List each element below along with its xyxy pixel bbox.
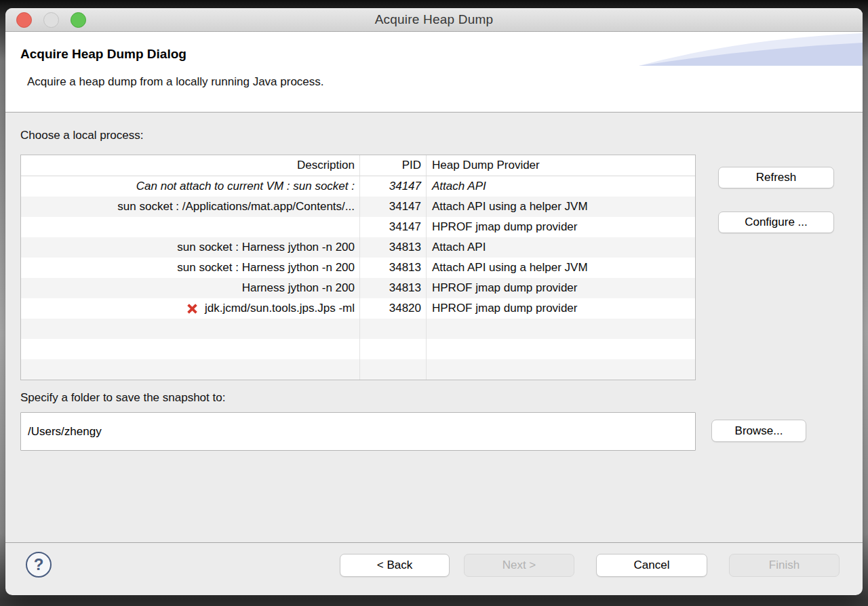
process-description: sun socket : /Applications/mat.app/Conte… xyxy=(117,200,355,214)
cell-pid: 34813 xyxy=(360,258,427,278)
column-header-provider[interactable]: Heap Dump Provider xyxy=(427,155,695,176)
finish-button[interactable]: Finish xyxy=(729,554,840,577)
process-description: sun socket : Harness jython -n 200 xyxy=(177,241,355,254)
cell-pid xyxy=(360,359,427,380)
cell-provider xyxy=(427,339,695,359)
table-row xyxy=(21,339,695,359)
table-row xyxy=(21,359,695,380)
process-list-label: Choose a local process: xyxy=(20,129,143,142)
cell-description: sun socket : Harness jython -n 200 xyxy=(21,237,360,258)
cell-provider: Attach API using a helper JVM xyxy=(427,197,695,217)
cell-description: Harness jython -n 200 xyxy=(21,278,360,298)
footer-separator xyxy=(5,542,863,543)
cell-provider: HPROF jmap dump provider xyxy=(427,217,695,237)
minimize-button[interactable] xyxy=(43,12,59,28)
traffic-lights xyxy=(16,12,86,28)
cell-provider: Attach API xyxy=(427,237,695,258)
dialog-subtitle: Acquire a heap dump from a locally runni… xyxy=(27,75,324,89)
cell-description: sun socket : /Applications/mat.app/Conte… xyxy=(21,197,360,217)
table-row xyxy=(21,319,695,339)
help-icon[interactable]: ? xyxy=(26,552,52,578)
table-row[interactable]: Harness jython -n 20034813HPROF jmap dum… xyxy=(21,278,695,298)
column-header-description[interactable]: Description xyxy=(21,155,360,176)
cell-description xyxy=(21,359,360,380)
cell-pid: 34820 xyxy=(360,298,427,319)
cell-description: Can not attach to current VM : sun socke… xyxy=(21,176,360,197)
process-description: Can not attach to current VM : sun socke… xyxy=(136,180,355,193)
cell-provider: Attach API using a helper JVM xyxy=(427,258,695,278)
cell-description: sun socket : Harness jython -n 200 xyxy=(21,258,360,278)
cell-pid xyxy=(360,339,427,359)
window-title: Acquire Heap Dump xyxy=(375,12,493,27)
process-description: Harness jython -n 200 xyxy=(242,281,355,295)
table-row[interactable]: sun socket : /Applications/mat.app/Conte… xyxy=(21,197,695,217)
folder-path-input[interactable] xyxy=(20,412,696,451)
column-header-pid[interactable]: PID xyxy=(360,155,427,176)
cell-description: jdk.jcmd/sun.tools.jps.Jps -ml xyxy=(21,298,360,319)
table-row[interactable]: jdk.jcmd/sun.tools.jps.Jps -ml34820HPROF… xyxy=(21,298,695,319)
table-row[interactable]: 34147HPROF jmap dump provider xyxy=(21,217,695,237)
cell-pid: 34147 xyxy=(360,217,427,237)
cell-pid: 34813 xyxy=(360,278,427,298)
process-description: sun socket : Harness jython -n 200 xyxy=(177,261,355,275)
cell-provider xyxy=(427,359,695,380)
close-button[interactable] xyxy=(16,12,32,28)
cell-description xyxy=(21,319,360,339)
next-button[interactable]: Next > xyxy=(464,554,574,577)
cell-provider: Attach API xyxy=(427,176,695,197)
zoom-button[interactable] xyxy=(71,12,86,28)
dialog-title: Acquire Heap Dump Dialog xyxy=(20,47,186,62)
process-description: jdk.jcmd/sun.tools.jps.Jps -ml xyxy=(205,302,355,315)
process-table: Description PID Heap Dump Provider Can n… xyxy=(20,155,696,380)
configure-button[interactable]: Configure ... xyxy=(718,211,834,233)
refresh-button[interactable]: Refresh xyxy=(718,167,834,188)
folder-label: Specify a folder to save the snapshot to… xyxy=(20,391,225,405)
browse-button[interactable]: Browse... xyxy=(711,420,806,442)
cancel-button[interactable]: Cancel xyxy=(596,554,707,577)
cell-pid: 34147 xyxy=(360,176,427,197)
cell-provider: HPROF jmap dump provider xyxy=(427,298,695,319)
cell-description xyxy=(21,339,360,359)
cell-provider xyxy=(427,319,695,339)
table-row[interactable]: sun socket : Harness jython -n 20034813A… xyxy=(21,258,695,278)
back-button[interactable]: < Back xyxy=(340,554,450,577)
cell-pid: 34813 xyxy=(360,237,427,258)
cell-pid: 34147 xyxy=(360,197,427,217)
process-table-body: Can not attach to current VM : sun socke… xyxy=(21,176,695,380)
cell-description xyxy=(21,217,360,237)
error-x-icon xyxy=(184,301,200,317)
process-table-header: Description PID Heap Dump Provider xyxy=(21,155,695,176)
title-bar[interactable]: Acquire Heap Dump xyxy=(5,8,863,32)
cell-pid xyxy=(360,319,427,339)
table-row[interactable]: sun socket : Harness jython -n 20034813A… xyxy=(21,237,695,258)
banner-swoosh-graphic xyxy=(639,32,863,66)
dialog-header: Acquire Heap Dump Dialog Acquire a heap … xyxy=(5,32,863,113)
acquire-heap-dump-dialog: Acquire Heap Dump Acquire Heap Dump Dial… xyxy=(5,8,863,595)
cell-provider: HPROF jmap dump provider xyxy=(427,278,695,298)
table-row[interactable]: Can not attach to current VM : sun socke… xyxy=(21,176,695,197)
